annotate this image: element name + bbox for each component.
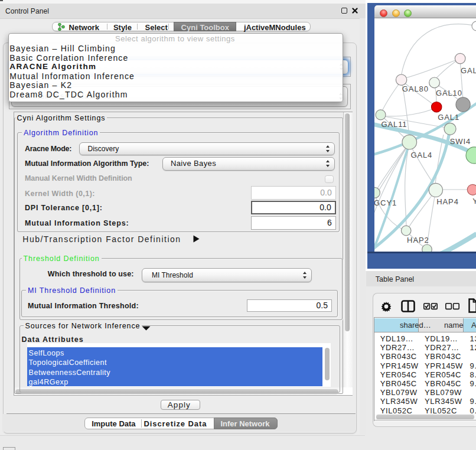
svg-text:GAL7: GAL7 (461, 66, 476, 75)
svg-text:GCY1: GCY1 (374, 198, 397, 207)
svg-text:GAL10: GAL10 (435, 89, 462, 97)
svg-text:SWI4: SWI4 (449, 137, 470, 146)
svg-text:GAL80: GAL80 (402, 84, 428, 93)
svg-text:HAP2: HAP2 (407, 236, 429, 244)
svg-text:GAL4: GAL4 (410, 151, 432, 159)
svg-text:HAP4: HAP4 (436, 197, 459, 206)
svg-text:GAL11: GAL11 (381, 120, 407, 129)
svg-text:GAL1: GAL1 (438, 113, 459, 122)
svg-text:Y: Y (472, 197, 476, 206)
